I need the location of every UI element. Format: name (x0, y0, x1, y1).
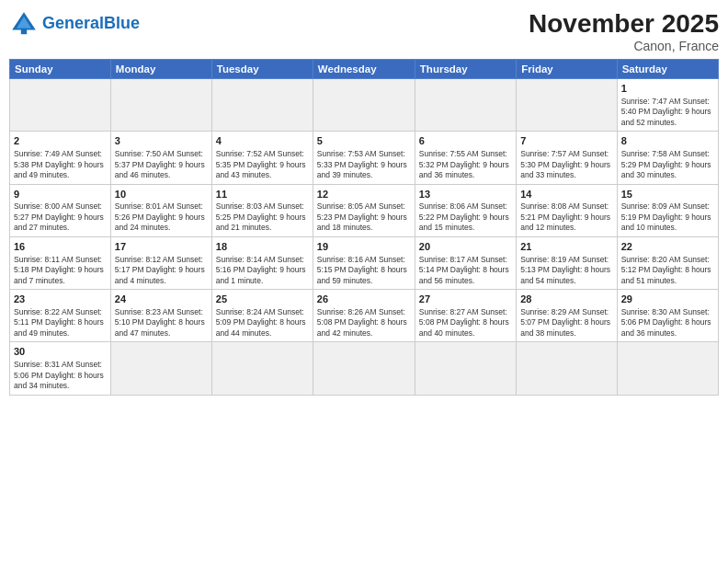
day-info: Sunrise: 8:19 AM Sunset: 5:13 PM Dayligh… (520, 255, 612, 286)
day-info: Sunrise: 8:26 AM Sunset: 5:08 PM Dayligh… (317, 307, 411, 339)
day-info: Sunrise: 7:49 AM Sunset: 5:38 PM Dayligh… (14, 149, 107, 180)
day-info: Sunrise: 8:23 AM Sunset: 5:10 PM Dayligh… (115, 307, 208, 339)
day-info: Sunrise: 7:47 AM Sunset: 5:40 PM Dayligh… (621, 97, 714, 128)
day-info: Sunrise: 8:00 AM Sunset: 5:27 PM Dayligh… (14, 201, 107, 233)
day-cell-4-1: 24Sunrise: 8:23 AM Sunset: 5:10 PM Dayli… (110, 290, 211, 342)
day-cell-1-2: 4Sunrise: 7:52 AM Sunset: 5:35 PM Daylig… (211, 132, 313, 184)
day-cell-3-4: 20Sunrise: 8:17 AM Sunset: 5:14 PM Dayli… (415, 236, 516, 289)
day-number: 18 (216, 240, 309, 254)
day-cell-4-3: 26Sunrise: 8:26 AM Sunset: 5:08 PM Dayli… (313, 290, 415, 342)
calendar: Sunday Monday Tuesday Wednesday Thursday… (9, 59, 719, 396)
day-cell-5-4 (415, 342, 516, 395)
day-number: 23 (14, 293, 107, 306)
day-cell-2-2: 11Sunrise: 8:03 AM Sunset: 5:25 PM Dayli… (211, 184, 313, 236)
day-cell-2-6: 15Sunrise: 8:09 AM Sunset: 5:19 PM Dayli… (617, 184, 718, 236)
day-number: 30 (14, 345, 107, 359)
day-cell-1-1: 3Sunrise: 7:50 AM Sunset: 5:37 PM Daylig… (110, 132, 211, 184)
day-info: Sunrise: 8:06 AM Sunset: 5:22 PM Dayligh… (419, 201, 512, 233)
day-info: Sunrise: 8:12 AM Sunset: 5:17 PM Dayligh… (115, 255, 208, 286)
day-number: 25 (216, 293, 309, 306)
day-number: 4 (216, 134, 309, 148)
day-cell-2-4: 13Sunrise: 8:06 AM Sunset: 5:22 PM Dayli… (415, 184, 516, 236)
day-cell-2-5: 14Sunrise: 8:08 AM Sunset: 5:21 PM Dayli… (517, 184, 617, 236)
day-number: 6 (419, 134, 512, 148)
day-cell-0-6: 1Sunrise: 7:47 AM Sunset: 5:40 PM Daylig… (617, 79, 718, 132)
day-cell-0-1 (110, 79, 211, 132)
day-number: 10 (115, 188, 208, 201)
day-info: Sunrise: 8:05 AM Sunset: 5:23 PM Dayligh… (317, 201, 411, 233)
day-info: Sunrise: 7:57 AM Sunset: 5:30 PM Dayligh… (520, 149, 612, 180)
day-cell-0-0 (10, 79, 111, 132)
day-number: 5 (317, 134, 411, 148)
day-number: 22 (621, 240, 714, 254)
day-info: Sunrise: 8:31 AM Sunset: 5:06 PM Dayligh… (14, 360, 107, 391)
day-cell-3-2: 18Sunrise: 8:14 AM Sunset: 5:16 PM Dayli… (211, 236, 313, 289)
day-number: 15 (621, 188, 714, 201)
day-cell-3-5: 21Sunrise: 8:19 AM Sunset: 5:13 PM Dayli… (517, 236, 617, 289)
day-info: Sunrise: 8:14 AM Sunset: 5:16 PM Dayligh… (216, 255, 309, 286)
week-row-2: 9Sunrise: 8:00 AM Sunset: 5:27 PM Daylig… (10, 184, 719, 236)
week-row-1: 2Sunrise: 7:49 AM Sunset: 5:38 PM Daylig… (10, 132, 719, 184)
day-cell-5-3 (313, 342, 415, 395)
day-cell-5-5 (517, 342, 617, 395)
title-block: November 2025 Canon, France (529, 9, 719, 53)
day-number: 11 (216, 188, 309, 201)
day-info: Sunrise: 7:55 AM Sunset: 5:32 PM Dayligh… (419, 149, 512, 180)
day-number: 26 (317, 293, 411, 306)
day-info: Sunrise: 8:30 AM Sunset: 5:06 PM Dayligh… (621, 307, 714, 339)
day-cell-0-2 (211, 79, 313, 132)
day-info: Sunrise: 7:53 AM Sunset: 5:33 PM Dayligh… (317, 149, 411, 180)
day-number: 8 (621, 134, 714, 148)
header-wednesday: Wednesday (313, 60, 415, 79)
day-number: 28 (520, 293, 612, 306)
logo-blue: Blue (104, 14, 140, 32)
day-info: Sunrise: 8:27 AM Sunset: 5:08 PM Dayligh… (419, 307, 512, 339)
header: GeneralBlue November 2025 Canon, France (9, 9, 719, 53)
day-cell-5-2 (211, 342, 313, 395)
day-number: 19 (317, 240, 411, 254)
day-info: Sunrise: 7:58 AM Sunset: 5:29 PM Dayligh… (621, 149, 714, 180)
header-tuesday: Tuesday (211, 60, 313, 79)
logo-text: GeneralBlue (42, 15, 140, 33)
day-number: 17 (115, 240, 208, 254)
day-number: 9 (14, 188, 107, 201)
day-cell-1-5: 7Sunrise: 7:57 AM Sunset: 5:30 PM Daylig… (517, 132, 617, 184)
day-cell-4-5: 28Sunrise: 8:29 AM Sunset: 5:07 PM Dayli… (517, 290, 617, 342)
header-thursday: Thursday (415, 60, 516, 79)
logo: GeneralBlue (9, 9, 140, 39)
week-row-0: 1Sunrise: 7:47 AM Sunset: 5:40 PM Daylig… (10, 79, 719, 132)
logo-icon (9, 9, 39, 39)
day-cell-5-0: 30Sunrise: 8:31 AM Sunset: 5:06 PM Dayli… (10, 342, 111, 395)
day-number: 16 (14, 240, 107, 254)
day-info: Sunrise: 8:03 AM Sunset: 5:25 PM Dayligh… (216, 201, 309, 233)
day-number: 20 (419, 240, 512, 254)
day-cell-1-3: 5Sunrise: 7:53 AM Sunset: 5:33 PM Daylig… (313, 132, 415, 184)
day-info: Sunrise: 8:22 AM Sunset: 5:11 PM Dayligh… (14, 307, 107, 339)
day-info: Sunrise: 8:01 AM Sunset: 5:26 PM Dayligh… (115, 201, 208, 233)
header-monday: Monday (110, 60, 211, 79)
day-number: 7 (520, 134, 612, 148)
day-cell-3-3: 19Sunrise: 8:16 AM Sunset: 5:15 PM Dayli… (313, 236, 415, 289)
day-info: Sunrise: 8:11 AM Sunset: 5:18 PM Dayligh… (14, 255, 107, 286)
day-info: Sunrise: 7:50 AM Sunset: 5:37 PM Dayligh… (115, 149, 208, 180)
day-cell-0-5 (517, 79, 617, 132)
day-number: 12 (317, 188, 411, 201)
day-number: 27 (419, 293, 512, 306)
day-cell-2-3: 12Sunrise: 8:05 AM Sunset: 5:23 PM Dayli… (313, 184, 415, 236)
day-number: 29 (621, 293, 714, 306)
day-cell-4-6: 29Sunrise: 8:30 AM Sunset: 5:06 PM Dayli… (617, 290, 718, 342)
week-row-3: 16Sunrise: 8:11 AM Sunset: 5:18 PM Dayli… (10, 236, 719, 289)
day-cell-4-0: 23Sunrise: 8:22 AM Sunset: 5:11 PM Dayli… (10, 290, 111, 342)
day-cell-5-1 (110, 342, 211, 395)
days-header-row: Sunday Monday Tuesday Wednesday Thursday… (10, 60, 719, 79)
day-cell-2-1: 10Sunrise: 8:01 AM Sunset: 5:26 PM Dayli… (110, 184, 211, 236)
day-cell-0-4 (415, 79, 516, 132)
day-cell-5-6 (617, 342, 718, 395)
month-title: November 2025 (529, 9, 719, 39)
day-cell-0-3 (313, 79, 415, 132)
header-saturday: Saturday (617, 60, 718, 79)
day-number: 21 (520, 240, 612, 254)
day-cell-3-1: 17Sunrise: 8:12 AM Sunset: 5:17 PM Dayli… (110, 236, 211, 289)
day-cell-4-4: 27Sunrise: 8:27 AM Sunset: 5:08 PM Dayli… (415, 290, 516, 342)
header-friday: Friday (517, 60, 617, 79)
